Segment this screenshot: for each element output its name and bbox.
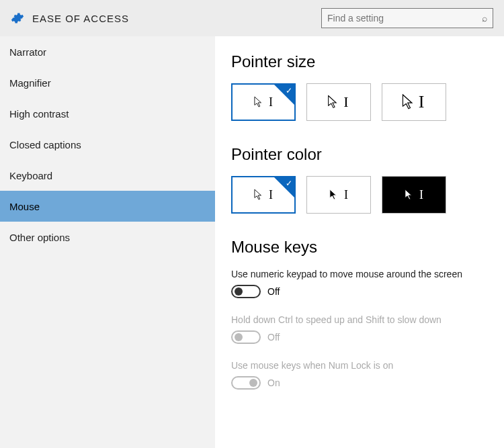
- cursor-arrow-icon: [254, 189, 263, 201]
- sidebar-item-closed-captions[interactable]: Closed captions: [0, 129, 215, 160]
- mouse-keys-heading: Mouse keys: [231, 238, 488, 257]
- sidebar-item-label: Closed captions: [9, 139, 81, 150]
- sidebar-item-high-contrast[interactable]: High contrast: [0, 98, 215, 129]
- mouse-keys-state1: Off: [267, 286, 280, 297]
- cursor-arrow-icon: [329, 189, 339, 201]
- check-icon: ✓: [286, 86, 292, 95]
- mouse-keys-toggle3: [231, 376, 261, 390]
- sidebar: Narrator Magnifier High contrast Closed …: [0, 36, 215, 448]
- cursor-arrow-icon: [402, 93, 415, 110]
- sidebar-item-label: Magnifier: [9, 77, 51, 89]
- mouse-keys-state3: On: [267, 377, 280, 388]
- ibeam-icon: I: [419, 188, 423, 202]
- pointer-size-small[interactable]: ✓ I: [231, 83, 296, 121]
- pointer-size-large[interactable]: I: [382, 83, 446, 121]
- check-icon: ✓: [286, 179, 292, 188]
- sidebar-item-magnifier[interactable]: Magnifier: [0, 67, 215, 98]
- pointer-color-black[interactable]: I: [306, 176, 371, 214]
- cursor-arrow-icon: [405, 189, 414, 201]
- sidebar-item-label: Narrator: [9, 46, 46, 58]
- sidebar-item-label: Other options: [9, 232, 70, 243]
- page-title: EASE OF ACCESS: [32, 13, 129, 24]
- ibeam-icon: I: [269, 95, 273, 109]
- sidebar-item-keyboard[interactable]: Keyboard: [0, 160, 215, 191]
- ibeam-icon: I: [343, 93, 348, 111]
- pointer-color-white[interactable]: ✓ I: [231, 176, 296, 214]
- cursor-arrow-icon: [254, 96, 263, 108]
- ibeam-icon: I: [419, 92, 425, 112]
- cursor-arrow-icon: [328, 95, 339, 109]
- pointer-size-medium[interactable]: I: [306, 83, 371, 121]
- pointer-color-heading: Pointer color: [231, 145, 488, 164]
- gear-icon: [11, 11, 24, 25]
- mouse-keys-desc2: Hold down Ctrl to speed up and Shift to …: [231, 314, 488, 325]
- content: Pointer size ✓ I I I Pointer color ✓ I: [215, 36, 504, 448]
- sidebar-item-label: Keyboard: [9, 170, 52, 181]
- pointer-color-options: ✓ I I I: [231, 176, 488, 214]
- sidebar-item-other-options[interactable]: Other options: [0, 222, 215, 253]
- mouse-keys-toggle1[interactable]: [231, 285, 261, 298]
- mouse-keys-desc3: Use mouse keys when Num Lock is on: [231, 360, 488, 371]
- mouse-keys-desc1: Use numeric keypad to move mouse around …: [231, 269, 488, 279]
- mouse-keys-toggle2: [231, 330, 261, 344]
- header: EASE OF ACCESS ⌕: [0, 0, 504, 36]
- mouse-keys-state2: Off: [267, 332, 280, 343]
- sidebar-item-mouse[interactable]: Mouse: [0, 191, 215, 222]
- sidebar-item-narrator[interactable]: Narrator: [0, 36, 215, 67]
- search-box[interactable]: ⌕: [321, 8, 493, 28]
- pointer-size-options: ✓ I I I: [231, 83, 488, 121]
- ibeam-icon: I: [269, 188, 273, 202]
- sidebar-item-label: High contrast: [9, 108, 69, 120]
- sidebar-item-label: Mouse: [9, 201, 40, 212]
- pointer-size-heading: Pointer size: [231, 52, 488, 71]
- ibeam-icon: I: [344, 188, 348, 202]
- search-icon: ⌕: [482, 13, 487, 24]
- search-input[interactable]: [327, 13, 482, 24]
- pointer-color-inverted[interactable]: I: [382, 176, 446, 214]
